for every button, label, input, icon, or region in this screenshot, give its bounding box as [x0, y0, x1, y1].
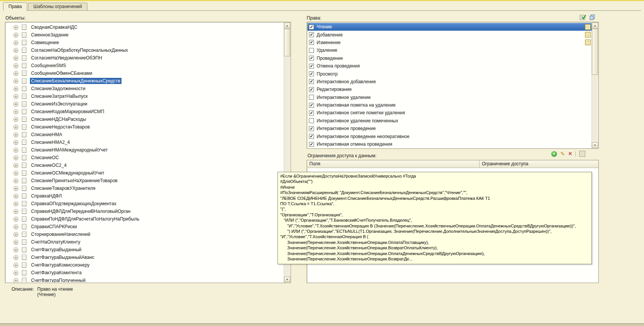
expand-icon[interactable]: +	[13, 224, 18, 229]
checkbox[interactable]: ✓	[309, 56, 314, 61]
expand-icon[interactable]: +	[13, 201, 18, 206]
expand-icon[interactable]: +	[13, 155, 18, 160]
right-item[interactable]: ✓Интерактивное проведение	[307, 125, 592, 132]
checkbox[interactable]: ✓	[309, 25, 314, 30]
tree-item[interactable]: +СписаниеОС2_4	[6, 161, 284, 169]
checkbox[interactable]: ✓	[309, 64, 314, 69]
tree-item[interactable]: +СписаниеНМАМеждународныйУчет	[6, 146, 284, 154]
expand-icon[interactable]: +	[13, 40, 18, 45]
right-item[interactable]: ✓Интерактивное снятие пометки удаления	[307, 109, 592, 117]
checkbox[interactable]: ✓	[309, 40, 314, 45]
tree-item[interactable]: +СторнированиеНачислений	[6, 231, 284, 238]
tree-item[interactable]: +СогласиеНаУведомлениеОбЭПН	[6, 54, 284, 62]
tree-item[interactable]: +СписаниеНМА2_4	[6, 138, 284, 146]
right-item[interactable]: ✓Отмена проведения	[307, 62, 592, 70]
tree-item[interactable]: +СогласиеНаОбработкуПерсональныхДанных	[6, 46, 284, 54]
right-item[interactable]: ✓Чтение	[307, 23, 592, 31]
expand-icon[interactable]: +	[13, 71, 18, 76]
expand-icon[interactable]: +	[13, 102, 18, 107]
expand-icon[interactable]: +	[13, 263, 18, 268]
tab-restriction-templates[interactable]: Шаблоны ограничений	[28, 3, 87, 10]
tree-item[interactable]: +СчетФактураКомиссионеру	[6, 261, 284, 269]
tree-item[interactable]: +СписаниеБезналичныхДенежныхСредств	[6, 77, 284, 85]
expand-icon[interactable]: +	[13, 163, 18, 168]
expand-icon[interactable]: +	[13, 132, 18, 137]
expand-icon[interactable]: +	[13, 186, 18, 191]
tree-item[interactable]: +СписаниеОСМеждународныйУчет	[6, 169, 284, 177]
expand-icon[interactable]: +	[13, 79, 18, 84]
checkbox[interactable]	[309, 48, 314, 53]
right-item[interactable]: ✓Интерактивная отмена проведения	[307, 140, 592, 148]
tree-item[interactable]: +СписаниеКодовМаркировкиИСМП	[6, 108, 284, 115]
right-item[interactable]: ✓Интерактивная пометка на удаление	[307, 101, 592, 109]
tree-item[interactable]: +СписаниеТоваровУХранителя	[6, 184, 284, 192]
expand-icon[interactable]: +	[13, 48, 18, 53]
expand-icon[interactable]: +	[13, 232, 18, 237]
restriction-template-icon[interactable]	[579, 151, 585, 157]
expand-icon[interactable]: +	[13, 255, 18, 260]
tree-item[interactable]: +СменноеЗадание	[6, 31, 284, 39]
expand-icon[interactable]: +	[13, 194, 18, 199]
expand-icon[interactable]: +	[13, 171, 18, 176]
scroll-up-icon[interactable]: ▲	[284, 23, 290, 28]
expand-icon[interactable]: +	[13, 56, 18, 61]
tree-item[interactable]: +СообщениеОбменСБанками	[6, 69, 284, 77]
tree-item[interactable]: +СписаниеПринятыхНаХранениеТоваров	[6, 177, 284, 184]
tree-item[interactable]: +СообщениеSMS	[6, 62, 284, 69]
right-item[interactable]: ✓Проведение	[307, 54, 592, 62]
checkbox[interactable]: ✓	[309, 134, 314, 139]
tree-item[interactable]: +СправкиСПАРКРиски	[6, 223, 284, 231]
tree-item[interactable]: +СчетФактураПолученный	[6, 277, 284, 282]
tree-item[interactable]: +Совмещение	[6, 39, 284, 46]
checkbox[interactable]	[309, 95, 314, 100]
tree-item[interactable]: +СправкаОПодтверждающихДокументах	[6, 200, 284, 207]
right-item[interactable]: ✓Просмотр	[307, 70, 592, 77]
tree-item[interactable]: +СчетФактураКомитента	[6, 269, 284, 277]
tree-item[interactable]: +СписаниеОС	[6, 154, 284, 161]
expand-icon[interactable]: +	[13, 86, 18, 91]
tree-item[interactable]: +СводнаяСправкаНДС	[6, 23, 284, 31]
tree-item[interactable]: +СчетФактураВыданныйАванс	[6, 254, 284, 261]
checkbox[interactable]: ✓	[309, 87, 314, 92]
tree-item[interactable]: +СправкиНДФЛДляПередачиВНалоговыйОрган	[6, 207, 284, 215]
expand-icon[interactable]: +	[13, 94, 18, 99]
delete-restriction-button[interactable]: ×	[568, 151, 572, 157]
checkbox[interactable]: ✓	[309, 32, 314, 37]
tree-item[interactable]: +СправкаНДФЛ	[6, 192, 284, 200]
expand-icon[interactable]: +	[13, 63, 18, 68]
expand-icon[interactable]: +	[13, 109, 18, 114]
expand-icon[interactable]: +	[13, 270, 18, 275]
rights-scrollbar[interactable]: ▲ ▼	[591, 23, 598, 148]
right-item[interactable]: ✓Добавление	[307, 31, 592, 38]
add-restriction-button[interactable]: +	[551, 151, 557, 157]
tree-item[interactable]: +СписаниеНМА	[6, 131, 284, 138]
checkbox[interactable]: ✓	[309, 79, 314, 84]
checkbox[interactable]: ✓	[309, 71, 314, 76]
checkbox[interactable]: ✓	[309, 142, 314, 147]
tree-item[interactable]: +СправкиПоНДФЛДляРасчетаПоНалогуНаПрибыл…	[6, 215, 284, 223]
scroll-down-icon[interactable]: ▼	[284, 277, 290, 282]
expand-icon[interactable]: +	[13, 247, 18, 252]
checkbox[interactable]	[309, 118, 314, 123]
right-item[interactable]: ✓Редактирование	[307, 86, 592, 93]
edit-restriction-button[interactable]: ✎	[560, 151, 565, 157]
tree-item[interactable]: +СписаниеИзЭксплуатации	[6, 100, 284, 108]
tree-item[interactable]: +СписаниеЗадолженности	[6, 85, 284, 92]
right-item[interactable]: ✓Интерактивное добавление	[307, 78, 592, 86]
tree-item[interactable]: +СчетНаОплатуКлиенту	[6, 238, 284, 246]
expand-icon[interactable]: +	[13, 240, 18, 245]
right-item[interactable]: Интерактивное удаление	[307, 94, 592, 101]
tree-item[interactable]: +СчетФактураВыданный	[6, 246, 284, 254]
expand-icon[interactable]: +	[13, 33, 18, 38]
expand-icon[interactable]: +	[13, 117, 18, 122]
expand-icon[interactable]: +	[13, 125, 18, 130]
tree-item[interactable]: +СписаниеЗатратНаВыпуск	[6, 92, 284, 100]
right-item[interactable]: ✓Изменение	[307, 39, 592, 46]
expand-icon[interactable]: +	[13, 25, 18, 30]
tree-item[interactable]: +СписаниеНедостачТоваров	[6, 123, 284, 131]
scrollbar-thumb[interactable]	[284, 29, 290, 56]
checkbox[interactable]: ✓	[309, 103, 314, 108]
expand-icon[interactable]: +	[13, 140, 18, 145]
scroll-down-icon[interactable]: ▼	[592, 142, 598, 148]
expand-icon[interactable]: +	[13, 278, 18, 283]
